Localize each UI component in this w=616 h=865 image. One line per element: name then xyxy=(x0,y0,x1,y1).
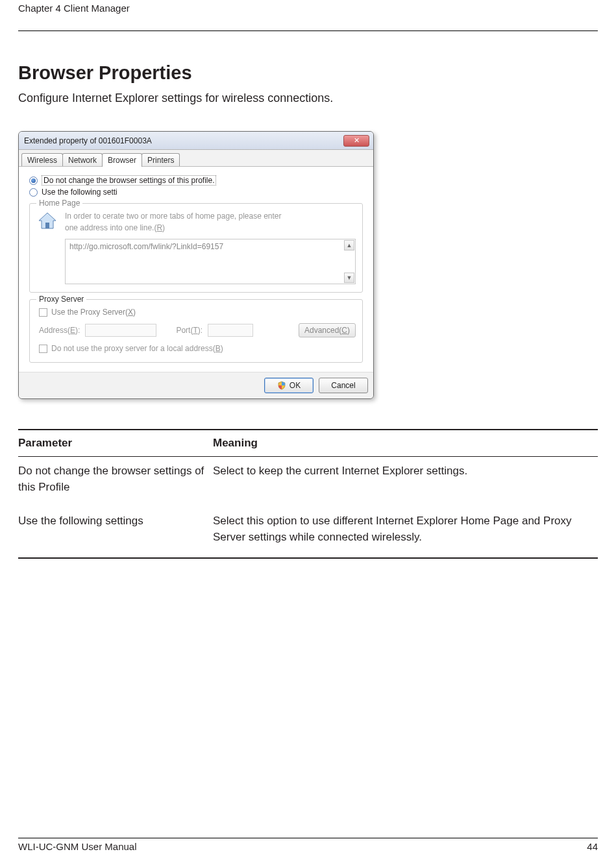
dialog-body: Do not change the browser settings of th… xyxy=(19,167,373,372)
table-row: Do not change the browser settings of th… xyxy=(18,457,598,507)
port-input[interactable] xyxy=(208,324,253,337)
tab-wireless[interactable]: Wireless xyxy=(21,153,63,166)
no-proxy-local-label: Do not use the proxy server for a local … xyxy=(51,344,223,353)
meaning-cell: Select this option to use different Inte… xyxy=(213,507,598,557)
home-page-legend: Home Page xyxy=(36,199,82,208)
port-label: Port(T): xyxy=(176,326,203,335)
scroll-down-button[interactable]: ▼ xyxy=(344,273,354,283)
radio-no-change-label: Do not change the browser settings of th… xyxy=(42,175,216,186)
home-page-desc: In order to cerate two or more tabs of h… xyxy=(65,210,282,234)
svg-rect-1 xyxy=(45,223,49,228)
home-page-url-value: http://go.microsoft.com/fwlink/?LinkId=6… xyxy=(69,242,223,251)
radio-use-following[interactable] xyxy=(29,188,38,197)
home-icon xyxy=(36,210,58,232)
checkbox-use-proxy[interactable] xyxy=(39,308,47,317)
scroll-up-button[interactable]: ▲ xyxy=(344,240,354,250)
parameter-table: Parameter Meaning Do not change the brow… xyxy=(18,429,598,559)
cancel-label: Cancel xyxy=(331,381,355,390)
section-intro: Configure Internet Explorer settings for… xyxy=(18,91,598,105)
ok-label: OK xyxy=(290,381,301,390)
close-button[interactable]: ✕ xyxy=(343,135,369,147)
radio-use-following-label: Use the following setti xyxy=(42,188,117,197)
close-icon: ✕ xyxy=(354,137,360,144)
proxy-legend: Proxy Server xyxy=(36,295,86,304)
extended-property-dialog: Extended property of 001601F0003A ✕ Wire… xyxy=(18,131,374,399)
footer-page-number: 44 xyxy=(587,841,598,852)
chapter-label: Chapter 4 Client Manager xyxy=(18,3,598,14)
group-home-page: Home Page In order to cerate two or more… xyxy=(29,203,363,293)
shield-icon xyxy=(277,381,286,390)
checkbox-no-proxy-local[interactable] xyxy=(39,345,47,353)
group-proxy-server: Proxy Server Use the Proxy Server(X) Add… xyxy=(29,299,363,363)
meaning-cell: Select to keep the current Internet Expl… xyxy=(213,457,598,507)
titlebar: Extended property of 001601F0003A ✕ xyxy=(19,132,373,150)
tab-network[interactable]: Network xyxy=(62,153,103,166)
section-title: Browser Properties xyxy=(18,62,598,84)
footer-manual: WLI-UC-GNM User Manual xyxy=(18,841,137,852)
advanced-button[interactable]: Advanced(C) xyxy=(299,323,356,337)
dialog-title: Extended property of 001601F0003A xyxy=(24,136,152,145)
param-cell: Use the following settings xyxy=(18,507,213,557)
th-parameter: Parameter xyxy=(18,430,213,457)
top-rule xyxy=(18,30,598,31)
page-footer: WLI-UC-GNM User Manual 44 xyxy=(18,838,598,852)
tab-strip: Wireless Network Browser Printers xyxy=(19,150,373,167)
th-meaning: Meaning xyxy=(213,430,598,457)
cancel-button[interactable]: Cancel xyxy=(319,378,368,393)
home-page-url-field[interactable]: http://go.microsoft.com/fwlink/?LinkId=6… xyxy=(65,239,356,284)
tab-printers[interactable]: Printers xyxy=(142,153,180,166)
dialog-footer: OK Cancel xyxy=(19,372,373,398)
use-proxy-label: Use the Proxy Server(X) xyxy=(51,308,136,317)
address-label: Address(E): xyxy=(39,326,80,335)
address-input[interactable] xyxy=(85,324,156,337)
tab-browser[interactable]: Browser xyxy=(102,153,142,167)
param-cell: Do not change the browser settings of th… xyxy=(18,457,213,507)
table-row: Use the following settings Select this o… xyxy=(18,507,598,557)
ok-button[interactable]: OK xyxy=(264,378,314,393)
radio-no-change[interactable] xyxy=(29,177,38,185)
